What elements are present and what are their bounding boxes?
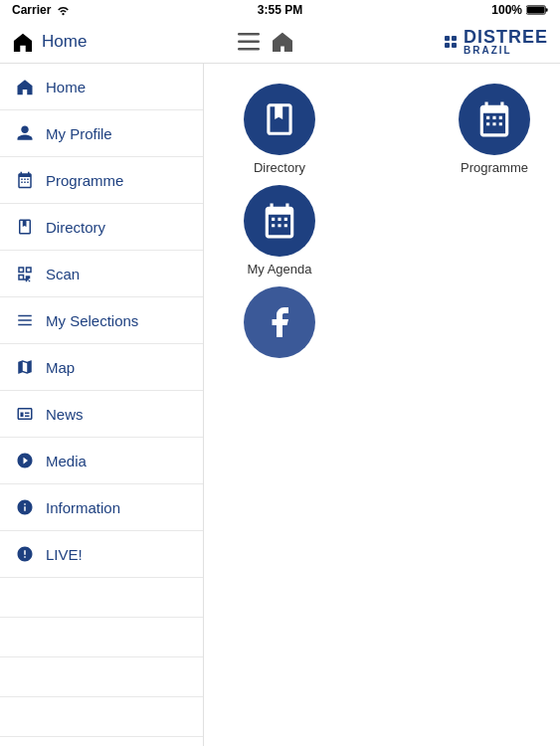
logo-brazil: BRAZIL (464, 46, 548, 56)
home-outline-icon[interactable] (272, 32, 293, 52)
sidebar: Home My Profile Programme Directory (0, 64, 204, 746)
sidebar-my-selections-label: My Selections (46, 312, 138, 329)
app-logo: DISTREE BRAZIL (445, 28, 548, 56)
battery-text: 100% (491, 3, 522, 17)
sidebar-media-label: Media (46, 453, 87, 469)
main-layout: Home My Profile Programme Directory (0, 64, 560, 746)
info-circle-icon (14, 496, 36, 518)
list-icon (14, 309, 36, 331)
directory-circle-icon (244, 84, 315, 155)
sidebar-item-directory[interactable]: Directory (0, 204, 203, 251)
sidebar-item-live[interactable]: LIVE! (0, 531, 203, 578)
sidebar-directory-label: Directory (46, 219, 105, 236)
header: Home DISTREE BRAZIL (0, 20, 560, 64)
sidebar-item-map[interactable]: Map (0, 344, 203, 391)
sidebar-map-label: Map (46, 359, 75, 376)
newspaper-icon (14, 403, 36, 425)
directory-shortcut[interactable]: Directory (244, 84, 315, 175)
svg-rect-3 (238, 33, 260, 36)
logo-distree: DISTREE (464, 28, 548, 46)
icons-column: Directory My Agenda (224, 64, 335, 378)
sidebar-item-information[interactable]: Information (0, 484, 203, 531)
house-icon (14, 76, 36, 97)
my-agenda-shortcut-label: My Agenda (247, 262, 311, 277)
home-icon[interactable] (12, 32, 34, 52)
calendar-icon (14, 169, 36, 191)
sidebar-programme-label: Programme (46, 172, 123, 189)
sidebar-item-scan[interactable]: Scan (0, 251, 203, 297)
sidebar-news-label: News (46, 406, 84, 423)
sidebar-item-my-selections[interactable]: My Selections (0, 297, 203, 344)
sidebar-empty-2 (0, 618, 203, 657)
wifi-icon (56, 4, 71, 16)
programme-shortcut[interactable]: Programme (459, 84, 530, 175)
sidebar-live-label: LIVE! (46, 546, 83, 563)
status-right: 100% (491, 3, 548, 17)
sidebar-information-label: Information (46, 499, 120, 516)
sidebar-empty-5 (0, 737, 203, 746)
sidebar-scan-label: Scan (46, 266, 80, 282)
sidebar-my-profile-label: My Profile (46, 125, 112, 142)
book-icon (14, 216, 36, 238)
my-agenda-shortcut[interactable]: My Agenda (244, 185, 315, 277)
svg-rect-2 (546, 8, 548, 11)
status-time: 3:55 PM (258, 3, 302, 17)
sidebar-empty-1 (0, 578, 203, 618)
sidebar-item-my-profile[interactable]: My Profile (0, 110, 203, 157)
sidebar-empty-3 (0, 657, 203, 697)
exclamation-icon (14, 543, 36, 565)
facebook-shortcut[interactable] (244, 286, 315, 358)
sidebar-home-label: Home (46, 79, 86, 95)
person-icon (14, 122, 36, 144)
status-left: Carrier (12, 3, 71, 17)
sidebar-item-home[interactable]: Home (0, 64, 203, 110)
hamburger-icon[interactable] (238, 33, 260, 51)
header-left: Home (12, 32, 87, 52)
carrier-text: Carrier (12, 3, 51, 17)
status-bar: Carrier 3:55 PM 100% (0, 0, 560, 20)
directory-shortcut-label: Directory (254, 160, 305, 175)
content-area: Programme Directory My Agenda (204, 64, 560, 746)
programme-circle-icon (459, 84, 530, 155)
sidebar-item-media[interactable]: Media (0, 438, 203, 484)
header-center (238, 32, 293, 52)
map-icon (14, 356, 36, 378)
my-agenda-circle-icon (244, 185, 315, 257)
facebook-circle-icon (244, 286, 315, 358)
svg-rect-1 (527, 7, 545, 14)
svg-rect-4 (238, 40, 260, 43)
sidebar-empty-4 (0, 697, 203, 737)
sidebar-item-news[interactable]: News (0, 391, 203, 438)
svg-rect-5 (238, 48, 260, 51)
qrcode-icon (14, 263, 36, 284)
battery-icon (526, 4, 548, 16)
header-home-label[interactable]: Home (42, 32, 87, 52)
play-circle-icon (14, 450, 36, 471)
sidebar-item-programme[interactable]: Programme (0, 157, 203, 204)
programme-shortcut-label: Programme (461, 160, 528, 175)
